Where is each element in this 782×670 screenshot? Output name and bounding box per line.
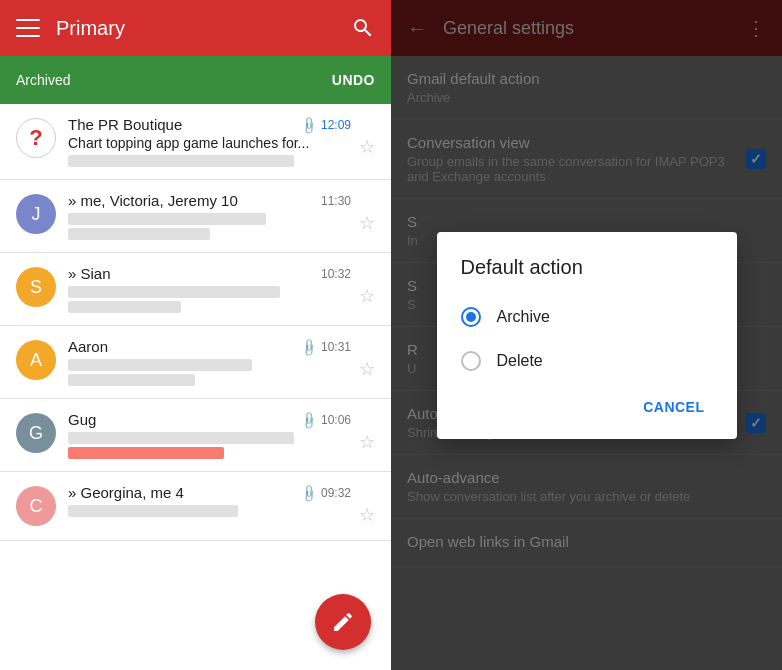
left-header: Primary <box>0 0 391 56</box>
star-col: ☆ <box>359 116 375 160</box>
hamburger-icon[interactable] <box>16 19 40 37</box>
app-title: Primary <box>56 17 351 40</box>
attachment-icon: 📎 <box>299 482 320 503</box>
delete-label: Delete <box>497 352 543 370</box>
star-icon[interactable]: ☆ <box>359 431 375 453</box>
right-panel: ← General settings ⋮ Gmail default actio… <box>391 0 782 670</box>
star-icon[interactable]: ☆ <box>359 212 375 234</box>
dialog: Default action Archive Delete CANCEL <box>437 232 737 439</box>
archived-bar: Archived UNDO <box>0 56 391 104</box>
attachment-icon: 📎 <box>299 409 320 430</box>
email-subject: Chart topping app game launches for... <box>68 135 351 151</box>
email-item[interactable]: J » me, Victoria, Jeremy 10 11:30 ☆ <box>0 180 391 253</box>
email-content: The PR Boutique 📎 12:09 Chart topping ap… <box>68 116 351 167</box>
email-meta: 📎 12:09 <box>302 118 351 132</box>
dialog-option-delete[interactable]: Delete <box>437 339 737 383</box>
email-preview <box>68 359 252 371</box>
email-preview2 <box>68 374 195 386</box>
cancel-button[interactable]: CANCEL <box>627 391 720 423</box>
email-time: 10:32 <box>321 267 351 281</box>
star-col: ☆ <box>359 338 375 382</box>
email-content: Aaron 📎 10:31 <box>68 338 351 386</box>
email-time: 10:06 <box>321 413 351 427</box>
email-item[interactable]: C » Georgina, me 4 📎 09:32 ☆ <box>0 472 391 541</box>
star-icon[interactable]: ☆ <box>359 136 375 158</box>
email-content: » me, Victoria, Jeremy 10 11:30 <box>68 192 351 240</box>
email-time: 12:09 <box>321 118 351 132</box>
star-icon[interactable]: ☆ <box>359 285 375 307</box>
star-icon[interactable]: ☆ <box>359 358 375 380</box>
email-sender: Aaron <box>68 338 108 355</box>
email-time: 11:30 <box>321 194 351 208</box>
avatar: G <box>16 413 56 453</box>
dialog-option-archive[interactable]: Archive <box>437 295 737 339</box>
dialog-title: Default action <box>437 256 737 279</box>
archived-label: Archived <box>16 72 70 88</box>
email-preview <box>68 155 294 167</box>
star-col: ☆ <box>359 192 375 236</box>
email-item[interactable]: S » Sian 10:32 ☆ <box>0 253 391 326</box>
avatar: J <box>16 194 56 234</box>
email-sender: » me, Victoria, Jeremy 10 <box>68 192 238 209</box>
dialog-overlay: Default action Archive Delete CANCEL <box>391 0 782 670</box>
avatar: A <box>16 340 56 380</box>
email-meta: 10:32 <box>321 267 351 281</box>
email-time: 09:32 <box>321 486 351 500</box>
email-sender: » Georgina, me 4 <box>68 484 184 501</box>
avatar: C <box>16 486 56 526</box>
email-item[interactable]: ? The PR Boutique 📎 12:09 Chart topping … <box>0 104 391 180</box>
email-preview2 <box>68 301 181 313</box>
email-item[interactable]: G Gug 📎 10:06 ☆ <box>0 399 391 472</box>
email-preview <box>68 505 238 517</box>
email-sender: » Sian <box>68 265 111 282</box>
email-list: ? The PR Boutique 📎 12:09 Chart topping … <box>0 104 391 670</box>
email-preview <box>68 213 266 225</box>
email-preview <box>68 432 294 444</box>
email-content: Gug 📎 10:06 <box>68 411 351 459</box>
undo-button[interactable]: UNDO <box>332 72 375 88</box>
email-sender: Gug <box>68 411 96 428</box>
email-preview <box>68 286 280 298</box>
compose-fab[interactable] <box>315 594 371 650</box>
email-item[interactable]: A Aaron 📎 10:31 ☆ <box>0 326 391 399</box>
email-time: 10:31 <box>321 340 351 354</box>
email-preview2 <box>68 447 224 459</box>
email-meta: 11:30 <box>321 194 351 208</box>
left-panel: Primary Archived UNDO ? The PR Boutique … <box>0 0 391 670</box>
dialog-actions: CANCEL <box>437 383 737 431</box>
star-col: ☆ <box>359 265 375 309</box>
email-sender: The PR Boutique <box>68 116 182 133</box>
radio-inner <box>466 312 476 322</box>
email-content: » Sian 10:32 <box>68 265 351 313</box>
radio-delete[interactable] <box>461 351 481 371</box>
email-content: » Georgina, me 4 📎 09:32 <box>68 484 351 517</box>
radio-archive[interactable] <box>461 307 481 327</box>
archive-label: Archive <box>497 308 550 326</box>
star-col: ☆ <box>359 484 375 528</box>
email-meta: 📎 10:06 <box>302 413 351 427</box>
email-meta: 📎 09:32 <box>302 486 351 500</box>
attachment-icon: 📎 <box>299 114 320 135</box>
avatar: S <box>16 267 56 307</box>
email-preview2 <box>68 228 210 240</box>
star-col: ☆ <box>359 411 375 455</box>
search-icon[interactable] <box>351 16 375 40</box>
avatar: ? <box>16 118 56 158</box>
star-icon[interactable]: ☆ <box>359 504 375 526</box>
attachment-icon: 📎 <box>299 336 320 357</box>
email-meta: 📎 10:31 <box>302 340 351 354</box>
